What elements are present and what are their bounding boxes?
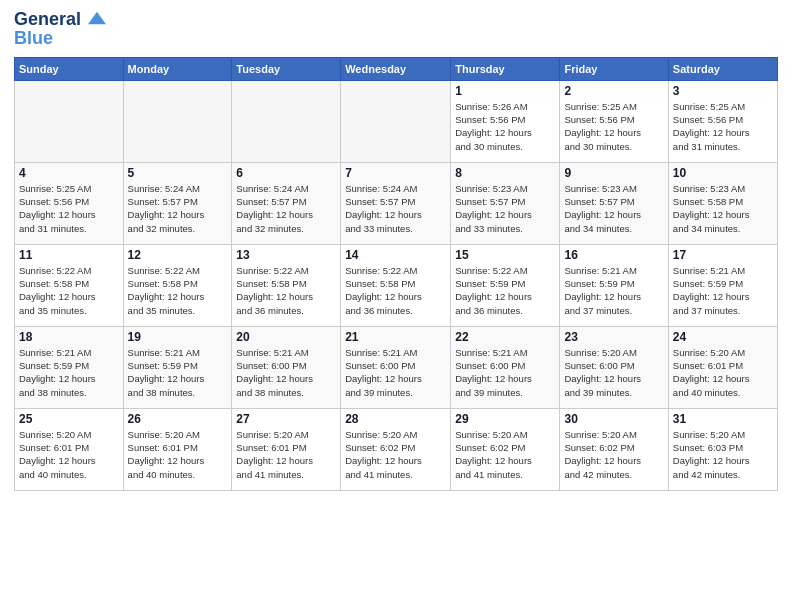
day-info: Sunrise: 5:25 AM Sunset: 5:56 PM Dayligh…	[673, 100, 773, 153]
day-number: 8	[455, 166, 555, 180]
day-number: 18	[19, 330, 119, 344]
calendar-cell: 29Sunrise: 5:20 AM Sunset: 6:02 PM Dayli…	[451, 408, 560, 490]
header: General Blue	[14, 10, 778, 49]
weekday-header: Tuesday	[232, 57, 341, 80]
day-info: Sunrise: 5:23 AM Sunset: 5:58 PM Dayligh…	[673, 182, 773, 235]
day-number: 6	[236, 166, 336, 180]
logo-icon	[88, 11, 106, 25]
calendar-body: 1Sunrise: 5:26 AM Sunset: 5:56 PM Daylig…	[15, 80, 778, 490]
calendar-cell: 16Sunrise: 5:21 AM Sunset: 5:59 PM Dayli…	[560, 244, 668, 326]
calendar-cell: 30Sunrise: 5:20 AM Sunset: 6:02 PM Dayli…	[560, 408, 668, 490]
calendar-cell: 10Sunrise: 5:23 AM Sunset: 5:58 PM Dayli…	[668, 162, 777, 244]
calendar-cell: 14Sunrise: 5:22 AM Sunset: 5:58 PM Dayli…	[341, 244, 451, 326]
day-number: 22	[455, 330, 555, 344]
calendar-cell: 18Sunrise: 5:21 AM Sunset: 5:59 PM Dayli…	[15, 326, 124, 408]
weekday-header: Sunday	[15, 57, 124, 80]
calendar-cell: 5Sunrise: 5:24 AM Sunset: 5:57 PM Daylig…	[123, 162, 232, 244]
day-info: Sunrise: 5:20 AM Sunset: 6:01 PM Dayligh…	[128, 428, 228, 481]
calendar-header-row: SundayMondayTuesdayWednesdayThursdayFrid…	[15, 57, 778, 80]
day-info: Sunrise: 5:25 AM Sunset: 5:56 PM Dayligh…	[564, 100, 663, 153]
calendar-cell	[232, 80, 341, 162]
day-info: Sunrise: 5:20 AM Sunset: 6:01 PM Dayligh…	[236, 428, 336, 481]
day-number: 25	[19, 412, 119, 426]
logo-blue: Blue	[14, 28, 106, 49]
day-number: 28	[345, 412, 446, 426]
day-number: 19	[128, 330, 228, 344]
day-number: 3	[673, 84, 773, 98]
day-info: Sunrise: 5:21 AM Sunset: 6:00 PM Dayligh…	[236, 346, 336, 399]
calendar-cell: 25Sunrise: 5:20 AM Sunset: 6:01 PM Dayli…	[15, 408, 124, 490]
day-number: 2	[564, 84, 663, 98]
day-number: 7	[345, 166, 446, 180]
day-info: Sunrise: 5:23 AM Sunset: 5:57 PM Dayligh…	[455, 182, 555, 235]
calendar-cell	[341, 80, 451, 162]
calendar-cell: 22Sunrise: 5:21 AM Sunset: 6:00 PM Dayli…	[451, 326, 560, 408]
calendar-cell: 23Sunrise: 5:20 AM Sunset: 6:00 PM Dayli…	[560, 326, 668, 408]
day-number: 1	[455, 84, 555, 98]
calendar-week-row: 1Sunrise: 5:26 AM Sunset: 5:56 PM Daylig…	[15, 80, 778, 162]
day-info: Sunrise: 5:21 AM Sunset: 5:59 PM Dayligh…	[564, 264, 663, 317]
calendar-cell: 28Sunrise: 5:20 AM Sunset: 6:02 PM Dayli…	[341, 408, 451, 490]
day-number: 21	[345, 330, 446, 344]
day-number: 24	[673, 330, 773, 344]
calendar: SundayMondayTuesdayWednesdayThursdayFrid…	[14, 57, 778, 491]
day-number: 17	[673, 248, 773, 262]
calendar-week-row: 18Sunrise: 5:21 AM Sunset: 5:59 PM Dayli…	[15, 326, 778, 408]
day-number: 16	[564, 248, 663, 262]
day-info: Sunrise: 5:20 AM Sunset: 6:02 PM Dayligh…	[455, 428, 555, 481]
day-info: Sunrise: 5:22 AM Sunset: 5:59 PM Dayligh…	[455, 264, 555, 317]
calendar-week-row: 25Sunrise: 5:20 AM Sunset: 6:01 PM Dayli…	[15, 408, 778, 490]
day-info: Sunrise: 5:21 AM Sunset: 5:59 PM Dayligh…	[673, 264, 773, 317]
day-info: Sunrise: 5:26 AM Sunset: 5:56 PM Dayligh…	[455, 100, 555, 153]
day-info: Sunrise: 5:25 AM Sunset: 5:56 PM Dayligh…	[19, 182, 119, 235]
day-info: Sunrise: 5:21 AM Sunset: 6:00 PM Dayligh…	[345, 346, 446, 399]
calendar-cell: 24Sunrise: 5:20 AM Sunset: 6:01 PM Dayli…	[668, 326, 777, 408]
day-number: 5	[128, 166, 228, 180]
calendar-cell: 17Sunrise: 5:21 AM Sunset: 5:59 PM Dayli…	[668, 244, 777, 326]
logo: General Blue	[14, 10, 106, 49]
day-number: 12	[128, 248, 228, 262]
day-number: 11	[19, 248, 119, 262]
day-number: 13	[236, 248, 336, 262]
day-number: 31	[673, 412, 773, 426]
day-number: 9	[564, 166, 663, 180]
day-number: 4	[19, 166, 119, 180]
logo-text: General	[14, 10, 106, 30]
calendar-cell: 21Sunrise: 5:21 AM Sunset: 6:00 PM Dayli…	[341, 326, 451, 408]
calendar-cell: 11Sunrise: 5:22 AM Sunset: 5:58 PM Dayli…	[15, 244, 124, 326]
day-info: Sunrise: 5:20 AM Sunset: 6:02 PM Dayligh…	[564, 428, 663, 481]
calendar-cell: 15Sunrise: 5:22 AM Sunset: 5:59 PM Dayli…	[451, 244, 560, 326]
day-number: 30	[564, 412, 663, 426]
day-info: Sunrise: 5:21 AM Sunset: 5:59 PM Dayligh…	[128, 346, 228, 399]
calendar-week-row: 11Sunrise: 5:22 AM Sunset: 5:58 PM Dayli…	[15, 244, 778, 326]
weekday-header: Thursday	[451, 57, 560, 80]
day-number: 20	[236, 330, 336, 344]
day-number: 10	[673, 166, 773, 180]
day-info: Sunrise: 5:20 AM Sunset: 6:01 PM Dayligh…	[673, 346, 773, 399]
svg-marker-0	[88, 12, 106, 25]
day-info: Sunrise: 5:24 AM Sunset: 5:57 PM Dayligh…	[345, 182, 446, 235]
day-number: 23	[564, 330, 663, 344]
day-number: 26	[128, 412, 228, 426]
calendar-cell: 19Sunrise: 5:21 AM Sunset: 5:59 PM Dayli…	[123, 326, 232, 408]
day-number: 29	[455, 412, 555, 426]
calendar-cell: 13Sunrise: 5:22 AM Sunset: 5:58 PM Dayli…	[232, 244, 341, 326]
day-info: Sunrise: 5:23 AM Sunset: 5:57 PM Dayligh…	[564, 182, 663, 235]
day-info: Sunrise: 5:22 AM Sunset: 5:58 PM Dayligh…	[128, 264, 228, 317]
calendar-cell: 31Sunrise: 5:20 AM Sunset: 6:03 PM Dayli…	[668, 408, 777, 490]
day-info: Sunrise: 5:21 AM Sunset: 6:00 PM Dayligh…	[455, 346, 555, 399]
day-info: Sunrise: 5:20 AM Sunset: 6:02 PM Dayligh…	[345, 428, 446, 481]
day-info: Sunrise: 5:22 AM Sunset: 5:58 PM Dayligh…	[19, 264, 119, 317]
calendar-cell: 1Sunrise: 5:26 AM Sunset: 5:56 PM Daylig…	[451, 80, 560, 162]
page: General Blue SundayMondayTuesdayWednesda…	[0, 0, 792, 612]
day-number: 14	[345, 248, 446, 262]
calendar-cell: 27Sunrise: 5:20 AM Sunset: 6:01 PM Dayli…	[232, 408, 341, 490]
day-number: 15	[455, 248, 555, 262]
calendar-cell: 8Sunrise: 5:23 AM Sunset: 5:57 PM Daylig…	[451, 162, 560, 244]
day-info: Sunrise: 5:20 AM Sunset: 6:01 PM Dayligh…	[19, 428, 119, 481]
calendar-cell: 26Sunrise: 5:20 AM Sunset: 6:01 PM Dayli…	[123, 408, 232, 490]
day-info: Sunrise: 5:22 AM Sunset: 5:58 PM Dayligh…	[236, 264, 336, 317]
weekday-header: Wednesday	[341, 57, 451, 80]
weekday-header: Friday	[560, 57, 668, 80]
day-number: 27	[236, 412, 336, 426]
